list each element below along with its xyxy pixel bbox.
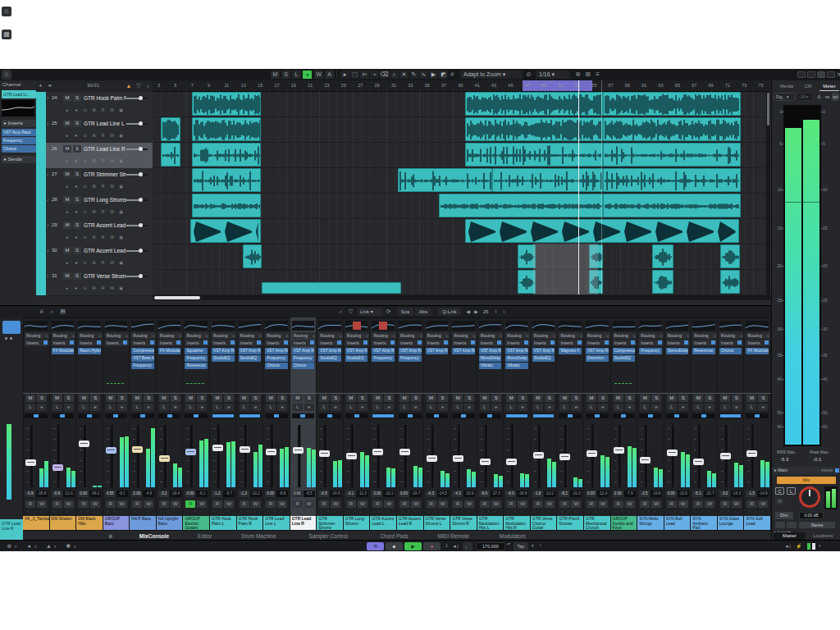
channel-strip[interactable]: Routing◃InsertsFX ModulatorMSLe-1.5-14.9… [744, 317, 771, 530]
channel-solo-button[interactable]: S [171, 395, 180, 402]
strip-mini-icon[interactable]: ▫ [568, 510, 571, 514]
channel-strip[interactable]: Routing◃InsertsVST Amp RackMonoDelayVibr… [504, 317, 531, 530]
tap-tempo-button[interactable]: Tap [514, 542, 528, 550]
track-mini-icon-5[interactable]: W [108, 234, 116, 240]
read-automation-button[interactable]: R [746, 500, 756, 508]
click-speaker-icon[interactable]: ◄) [452, 542, 460, 550]
audio-clip[interactable] [652, 270, 673, 294]
mixer-misc-icon-1[interactable]: ↕ [500, 308, 508, 316]
channel-strip[interactable]: Routing◃InsertsMagneto IIMSLe-8.2-31.0RW… [557, 317, 584, 530]
insert-slot[interactable]: StudioEQ [345, 355, 368, 362]
strip-mini-icon[interactable]: ▫ [675, 510, 678, 514]
routing-rack-header[interactable]: Routing◃ [505, 332, 530, 339]
strip-mini-icon[interactable]: ▫ [321, 510, 324, 514]
routing-rack-header[interactable]: Routing◃ [239, 332, 263, 339]
transport-left-icon-3[interactable]: ✱ [64, 542, 73, 550]
channel-strip[interactable]: Routing◃InsertsVST Amp RackStudioEQMSLe-… [237, 317, 264, 530]
fader-value[interactable]: -4.3 [426, 491, 436, 497]
channel-solo-button[interactable]: S [545, 395, 555, 402]
insert-slot[interactable]: VST Amp Rack [505, 348, 528, 354]
erase-tool[interactable]: ⌫ [380, 71, 389, 79]
meter-ctrl-icon-0[interactable]: ⊙ [815, 93, 823, 101]
strip-mini-icon[interactable]: ▫ [441, 510, 445, 514]
transport-more-caret-icon[interactable]: ▾ [819, 543, 825, 550]
mix-bus-button[interactable]: Mix [777, 477, 836, 484]
gain-display[interactable]: 0.00 dB [799, 512, 824, 519]
peak-value[interactable]: -34.2 [89, 491, 101, 497]
channel-listen-button[interactable]: L [693, 404, 703, 411]
insert-slot[interactable]: Frequency [399, 355, 422, 362]
fader-cap[interactable] [427, 455, 437, 462]
strip-mini-icon[interactable]: ▫ [574, 510, 578, 514]
channel-strip[interactable]: Routing◃InsertsVST Amp RackStudioEQMSLe-… [317, 317, 344, 530]
write-automation-button[interactable]: W [598, 500, 608, 508]
peak-value[interactable]: -14.9 [757, 491, 769, 497]
channel-curve-thumb[interactable] [479, 321, 502, 331]
inserts-rack-header[interactable]: Inserts [666, 340, 691, 346]
track-header-icon-0[interactable]: ▲ [125, 82, 133, 90]
peak-value[interactable]: -16.3 [731, 491, 742, 497]
channel-listen-button[interactable]: L [319, 404, 329, 411]
strip-mini-icon[interactable]: ▫ [107, 510, 111, 514]
channel-name-label[interactable]: GTR Lead Line R [290, 516, 317, 530]
transport-record-button[interactable]: ● [423, 542, 441, 550]
write-automation-button[interactable]: W [171, 500, 180, 508]
insert-slot[interactable]: VST Amp Rack [239, 348, 262, 354]
playhead-cursor[interactable] [578, 80, 579, 294]
strip-mini-icon[interactable]: ▫ [682, 510, 685, 514]
write-automation-button[interactable]: W [678, 500, 688, 508]
strip-mini-icon[interactable]: ▫ [281, 510, 284, 514]
insert-slot[interactable]: VST Amp Rack [318, 348, 341, 354]
channel-name-label[interactable]: GTR Accent Lead L [370, 516, 396, 530]
channel-strip[interactable]: Routing◃InsertsReverenceMSLe-5.1-22.7RW▫… [691, 317, 718, 530]
channel-listen-button[interactable]: L [25, 404, 35, 411]
fader-value[interactable]: 0.00 [292, 491, 303, 497]
routing-rack-header[interactable]: Routing◃ [613, 332, 637, 339]
channel-listen-button[interactable]: L [240, 404, 249, 411]
fader-value[interactable]: -1.2 [212, 491, 222, 497]
track-mini-icon-0[interactable]: ● [63, 285, 71, 291]
peak-value[interactable]: -24.5 [437, 491, 449, 497]
fader-cap[interactable] [132, 446, 143, 453]
fader-value[interactable]: -5.1 [692, 491, 703, 497]
track-solo-button[interactable]: S [73, 272, 81, 280]
fader-cap[interactable] [185, 449, 196, 455]
fader-cap[interactable] [640, 457, 651, 463]
write-automation-button[interactable]: W [358, 500, 368, 508]
fader-cap[interactable] [667, 450, 678, 456]
channel-edit-button[interactable]: e [678, 404, 688, 411]
channel-mute-button[interactable]: M [52, 395, 62, 402]
strip-mini-icon[interactable]: ▫ [187, 510, 190, 514]
pan-slider[interactable] [292, 413, 315, 418]
channel-edit-button[interactable]: e [651, 404, 661, 411]
track-mini-icon-3[interactable]: ⊞ [90, 132, 98, 139]
channel-mute-button[interactable]: M [720, 395, 730, 402]
routing-rack-header[interactable]: Routing◃ [399, 332, 423, 339]
strip-mini-icon[interactable]: ▫ [27, 510, 30, 514]
track-mini-icon-3[interactable]: ⊞ [90, 234, 98, 240]
channel-edit-button[interactable]: e [171, 404, 180, 411]
routing-rack-header[interactable]: Routing◃ [52, 332, 76, 339]
channel-solo-button[interactable]: S [197, 395, 207, 402]
channel-curve-thumb[interactable] [372, 321, 395, 331]
write-automation-button[interactable]: W [304, 500, 314, 508]
tempo-mode-caret-icon[interactable]: ▾ [532, 543, 538, 550]
track-row[interactable]: ♪26MSGTR Lead Line R●◄⊙⊞RW▣ [36, 143, 153, 169]
insert-slot[interactable]: VST Amp Rack [586, 348, 609, 354]
read-automation-button[interactable]: R [640, 500, 650, 508]
inspector-channel-name[interactable]: GTR Lead Li... [2, 90, 36, 98]
routing-rack-header[interactable]: Routing◃ [559, 332, 583, 339]
track-mute-button[interactable]: M [63, 247, 71, 254]
insert-slot[interactable]: FX Modulator [746, 348, 769, 354]
play-tool[interactable]: ▶ [429, 71, 438, 79]
channel-name-label[interactable]: GROUP Bass [103, 516, 130, 530]
track-mini-icon-5[interactable]: W [108, 132, 116, 139]
audio-clip[interactable] [465, 143, 603, 167]
strip-mini-icon[interactable]: ▫ [595, 510, 598, 514]
strip-mini-icon[interactable]: ▫ [348, 510, 351, 514]
inserts-rack-header[interactable]: Inserts [78, 340, 103, 346]
track-mini-icon-2[interactable]: ⊙ [81, 259, 89, 266]
insert-slot[interactable]: VST Amp Rack [399, 348, 422, 354]
channel-name-label[interactable]: GTR Hook Palm L [210, 516, 236, 530]
fader-value[interactable]: 0.00 [586, 491, 596, 497]
